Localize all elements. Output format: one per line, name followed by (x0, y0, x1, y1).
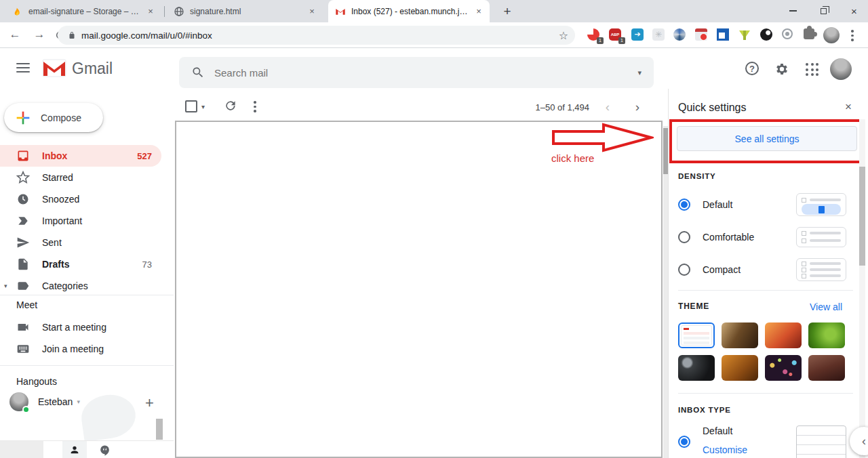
newer-page-icon[interactable]: ‹ (606, 100, 610, 114)
refresh-icon[interactable] (224, 99, 237, 112)
window-close-button[interactable]: × (839, 0, 868, 22)
panel-close-icon[interactable]: × (845, 100, 852, 114)
extension-target-icon[interactable] (782, 28, 795, 42)
panel-scrollbar-thumb[interactable] (859, 167, 865, 266)
browser-tab-signature[interactable]: signature.html × (167, 0, 323, 22)
density-option-compact[interactable]: Compact (678, 258, 741, 281)
search-bar[interactable]: ▾ (179, 57, 654, 88)
hangouts-tab[interactable] (92, 441, 117, 458)
gmail-logo-text: Gmail (72, 60, 113, 78)
theme-view-all-link[interactable]: View all (810, 301, 842, 312)
start-meeting-item[interactable]: Start a meeting (0, 316, 161, 338)
tab-close-icon[interactable]: × (307, 6, 317, 17)
gear-icon: ✳ (652, 28, 665, 41)
sidebar-item-snoozed[interactable]: Snoozed (0, 188, 161, 210)
window-minimize-button[interactable] (778, 0, 808, 22)
search-options-caret-icon[interactable]: ▾ (637, 68, 642, 77)
extensions-puzzle-icon[interactable] (804, 28, 817, 42)
extension-blocker-icon[interactable] (695, 28, 709, 42)
theme-thumbnail-canyon[interactable] (765, 322, 802, 348)
divider (678, 290, 853, 291)
sidebar-item-important[interactable]: Important (0, 210, 161, 232)
sidebar-item-starred[interactable]: Starred (0, 167, 161, 188)
theme-thumbnail-bokeh[interactable] (765, 355, 802, 381)
extension-adblock-icon[interactable]: ABP1 (609, 28, 623, 42)
density-section-label: DENSITY (678, 172, 715, 180)
tab-title: signature.html (190, 7, 301, 16)
help-icon[interactable]: ? (745, 62, 759, 75)
new-conversation-button[interactable]: + (145, 394, 154, 412)
sidebar-item-categories[interactable]: ▾ Categories (0, 275, 161, 297)
hangouts-section-heading: Hangouts (16, 376, 57, 387)
settings-gear-icon[interactable] (774, 62, 789, 77)
density-option-label: Default (703, 199, 732, 210)
bookmark-star-icon[interactable]: ☆ (559, 29, 568, 42)
browser-menu-icon[interactable] (851, 30, 854, 41)
density-option-comfortable[interactable]: Comfortable (678, 226, 754, 249)
main-menu-icon[interactable] (16, 63, 30, 72)
tab-close-icon[interactable]: × (473, 6, 484, 17)
list-scrollbar-thumb[interactable] (663, 128, 668, 174)
inbox-type-radio-selected[interactable] (678, 436, 690, 448)
sidebar-scrollbar[interactable] (156, 419, 163, 440)
address-bar[interactable]: mail.google.com/mail/u/0/#inbox ☆ (58, 26, 575, 45)
customise-link[interactable]: Customise (703, 444, 747, 455)
label-icon (16, 279, 30, 293)
density-option-default[interactable]: Default (678, 193, 732, 216)
radio-selected-icon[interactable] (678, 199, 690, 211)
funnel-icon (739, 30, 750, 39)
theme-thumbnail-spheres[interactable] (678, 355, 715, 381)
extension-disabled-gear-icon[interactable]: ✳ (652, 28, 666, 42)
extension-privacy-icon[interactable]: 1 (587, 28, 601, 42)
browser-profile-avatar[interactable] (823, 27, 840, 43)
collapse-panel-button[interactable]: ‹ (850, 427, 868, 455)
star-icon (16, 171, 30, 184)
extension-darkreader-icon[interactable] (760, 28, 774, 42)
sidebar: Compose Inbox 527 Starred Snoozed Import… (0, 89, 174, 458)
window-restore-button[interactable] (808, 0, 839, 22)
radio-icon[interactable] (678, 264, 690, 276)
back-icon[interactable]: ← (7, 28, 22, 41)
compose-button[interactable]: Compose (4, 103, 103, 132)
theme-thumbnail-autumn[interactable] (722, 355, 758, 381)
globe-icon (174, 6, 184, 17)
status-caret-icon[interactable]: ▾ (77, 398, 80, 405)
extension-funnel-icon[interactable] (739, 30, 753, 44)
extension-crop-icon[interactable] (717, 28, 730, 42)
sidebar-item-inbox[interactable]: Inbox 527 (0, 145, 161, 167)
tab-close-icon[interactable]: × (145, 6, 156, 17)
extension-swirl-icon[interactable] (673, 28, 687, 42)
more-options-icon[interactable] (254, 101, 256, 112)
keyboard-icon (16, 342, 30, 356)
new-tab-button[interactable]: + (499, 4, 515, 20)
divider (678, 393, 853, 394)
search-input[interactable] (214, 67, 637, 79)
hangouts-chat-icon (99, 444, 111, 456)
theme-thumbnail-default[interactable] (678, 322, 715, 348)
theme-thumbnail-leaf[interactable] (808, 322, 845, 348)
join-meeting-item[interactable]: Join a meeting (0, 338, 161, 360)
select-all-checkbox[interactable] (185, 100, 197, 112)
extension-share-icon[interactable]: ➔ (631, 28, 645, 42)
hangouts-watermark (79, 392, 138, 442)
hangouts-contact-row[interactable]: Esteban ▾ (9, 392, 80, 411)
theme-thumbnail-river[interactable] (808, 355, 845, 381)
contacts-tab[interactable] (62, 441, 87, 458)
sidebar-item-drafts[interactable]: Drafts 73 (0, 253, 161, 275)
forward-icon[interactable]: → (32, 28, 47, 41)
list-scrollbar-track[interactable] (663, 126, 668, 458)
compose-label: Compose (41, 112, 81, 123)
radio-icon[interactable] (678, 231, 690, 243)
browser-tab-inbox-active[interactable]: Inbox (527) - esteban.munch.jone × (328, 0, 490, 22)
sidebar-item-sent[interactable]: Sent (0, 232, 161, 253)
sidebar-item-label: Inbox (42, 150, 67, 161)
expand-caret-icon[interactable]: ▾ (4, 283, 7, 289)
older-page-icon[interactable]: › (635, 100, 639, 114)
select-caret-icon[interactable]: ▾ (201, 103, 205, 110)
minimize-icon (789, 10, 797, 12)
google-apps-icon[interactable] (806, 63, 818, 76)
account-avatar[interactable] (830, 58, 852, 80)
theme-thumbnail-chess[interactable] (722, 322, 758, 348)
browser-tab-firebase[interactable]: email-signature – Storage – Fireb × (5, 0, 161, 22)
panel-title: Quick settings (678, 102, 746, 114)
